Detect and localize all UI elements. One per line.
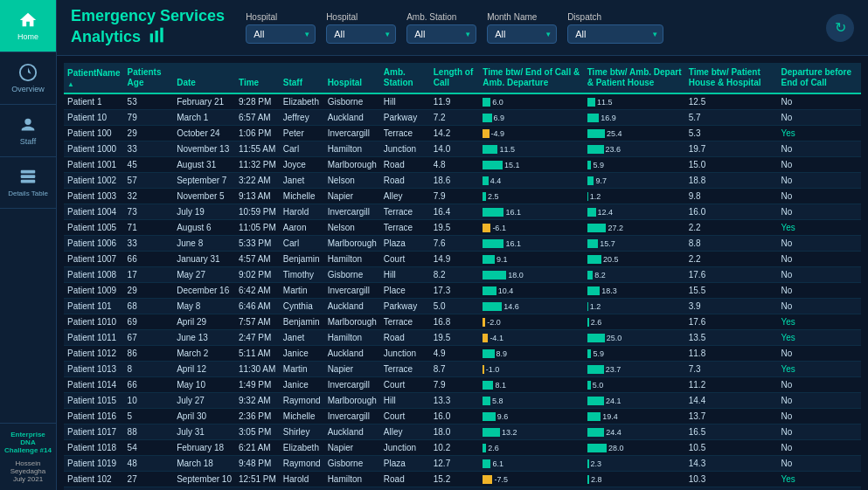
filter-month-wrapper[interactable]: All <box>487 24 557 44</box>
bar-cell-call-amb: 2.6 <box>483 444 580 452</box>
table-row: Patient 10168May 86:46 AMCynthiaAuckland… <box>64 299 861 314</box>
refresh-button[interactable]: ↻ <box>826 14 854 42</box>
footer-date: July 2021 <box>3 475 52 483</box>
bar-cell-call-amb: 6.9 <box>483 114 580 122</box>
author-name: Hossein Seyedagha <box>3 459 52 475</box>
col-staff[interactable]: Staff <box>280 63 324 93</box>
data-table-container[interactable]: PatientName▲ Patients Age Date Time Staf… <box>57 56 868 490</box>
col-hospital[interactable]: Hospital <box>324 63 380 93</box>
filter-dispatch-label: Dispatch <box>567 12 663 22</box>
bar-cell-amb-house: 2.3 <box>587 459 682 468</box>
bar-cell-amb-house: 1.2 <box>587 302 682 311</box>
bar-negative <box>483 475 492 484</box>
filter-hospital2-wrapper[interactable]: All <box>326 24 396 44</box>
bar-value: 6.9 <box>494 114 505 122</box>
bar-value: 4.4 <box>490 176 502 185</box>
filter-hospital2-label: Hospital <box>326 12 396 22</box>
bar-cell-amb-house: 24.4 <box>587 428 682 437</box>
main-content: Emergency Services Analytics Hospital Al… <box>57 0 868 490</box>
sidebar-item-home-label: Home <box>17 32 38 41</box>
filter-hospital1-select[interactable]: All <box>246 24 316 44</box>
sidebar-item-details[interactable]: Details Table <box>0 157 56 209</box>
filter-hospital2-select[interactable]: All <box>326 24 396 44</box>
bar-value: 9.7 <box>595 176 607 185</box>
bar-value: 5.9 <box>593 161 604 169</box>
bar-positive <box>483 176 489 185</box>
bar-cell-call-amb: 2.5 <box>483 192 580 201</box>
bar-positive <box>587 271 594 280</box>
bar-cell-amb-house: 27.2 <box>587 224 682 232</box>
col-departure[interactable]: Departure before End of Call <box>778 63 862 93</box>
bar-positive <box>587 161 592 169</box>
bar-positive <box>587 475 589 484</box>
filter-amb-wrapper[interactable]: All <box>406 24 476 44</box>
filter-month-select[interactable]: All <box>487 24 557 44</box>
filter-hospital1-wrapper[interactable]: All <box>246 24 316 44</box>
bar-value: 12.4 <box>598 208 614 217</box>
bar-cell-call-amb: 14.6 <box>483 302 580 311</box>
bar-cell-call-amb: 16.1 <box>483 208 580 217</box>
sidebar-item-staff[interactable]: Staff <box>0 105 56 157</box>
bar-value: 24.1 <box>606 397 621 405</box>
bar-value: 2.8 <box>591 475 602 484</box>
filter-hospital1-label: Hospital <box>246 12 316 22</box>
bar-positive <box>483 98 490 107</box>
bar-positive <box>587 145 604 154</box>
bar-cell-amb-house: 9.7 <box>587 176 682 185</box>
bar-positive <box>587 286 601 295</box>
bar-positive <box>587 224 607 232</box>
bar-cell-call-amb: ‑1.0 <box>483 365 580 374</box>
table-row: Patient 10165April 302:36 PMMichelleInve… <box>64 409 861 424</box>
bar-cell-call-amb: 8.1 <box>483 381 580 390</box>
bar-cell-call-amb: 8.9 <box>483 349 580 358</box>
bar-positive <box>483 397 490 405</box>
bar-value: 15.1 <box>504 161 520 169</box>
bar-cell-call-amb: ‑6.1 <box>483 224 580 232</box>
sidebar-item-overview-label: Overview <box>11 85 45 93</box>
col-time-btw-house-hosp[interactable]: Time btw/ Patient House & Hospital <box>685 63 778 93</box>
col-date[interactable]: Date <box>173 63 235 93</box>
bar-value: 20.5 <box>603 255 619 264</box>
bar-cell-call-amb: 16.1 <box>483 239 580 248</box>
sidebar-item-overview[interactable]: Overview <box>0 52 56 105</box>
bar-negative <box>483 334 488 342</box>
bar-value: 23.6 <box>606 145 621 154</box>
bar-positive <box>587 255 601 264</box>
bar-cell-call-amb: 6.0 <box>483 98 580 107</box>
bar-positive <box>483 444 486 452</box>
table-row: Patient 1079March 16:57 AMJeffreyAucklan… <box>64 110 861 126</box>
bar-cell-amb-house: 8.2 <box>587 271 682 280</box>
sidebar-item-home[interactable]: Home <box>0 0 56 52</box>
svg-rect-1 <box>21 170 36 174</box>
col-time[interactable]: Time <box>235 63 280 93</box>
col-length-call[interactable]: Length of Call <box>430 63 480 93</box>
bar-value: 1.2 <box>590 302 601 311</box>
table-row: Patient 101948March 189:48 PMRaymondGisb… <box>64 456 861 472</box>
table-row: Patient 101510July 279:32 AMRaymondMarlb… <box>64 393 861 409</box>
filter-amb-select[interactable]: All <box>406 24 476 44</box>
col-patients-age[interactable]: Patients Age <box>124 63 174 93</box>
bar-cell-call-amb: 11.5 <box>483 145 580 154</box>
bar-value: 8.1 <box>495 381 506 390</box>
bar-value: 9.1 <box>496 255 508 264</box>
bar-value: ‑2.0 <box>487 318 501 327</box>
filter-dispatch-select[interactable]: All <box>567 24 663 44</box>
bar-positive <box>483 428 500 437</box>
col-patient-name[interactable]: PatientName▲ <box>64 63 124 93</box>
table-row: Patient 101286March 25:11 AMJaniceAuckla… <box>64 346 861 362</box>
col-amb-station[interactable]: Amb. Station <box>380 63 430 93</box>
bar-positive <box>587 334 605 342</box>
bar-positive <box>483 192 486 201</box>
table-row: Patient 100571August 611:05 PMAaronNelso… <box>64 220 861 236</box>
bar-value: 27.2 <box>608 224 623 232</box>
filter-dispatch-wrapper[interactable]: All <box>567 24 663 44</box>
col-time-btw-call-amb[interactable]: Time btw/ End of Call & Amb. Departure <box>479 63 583 93</box>
col-time-btw-amb-house[interactable]: Time btw/ Amb. Depart & Patient House <box>584 63 685 93</box>
bar-positive <box>483 381 493 390</box>
sidebar-item-staff-label: Staff <box>20 137 36 146</box>
bar-cell-amb-house: 23.6 <box>587 145 682 154</box>
details-icon <box>18 168 38 187</box>
bar-positive <box>587 459 589 468</box>
bar-positive <box>587 428 605 437</box>
bar-cell-call-amb: ‑4.9 <box>483 129 580 138</box>
